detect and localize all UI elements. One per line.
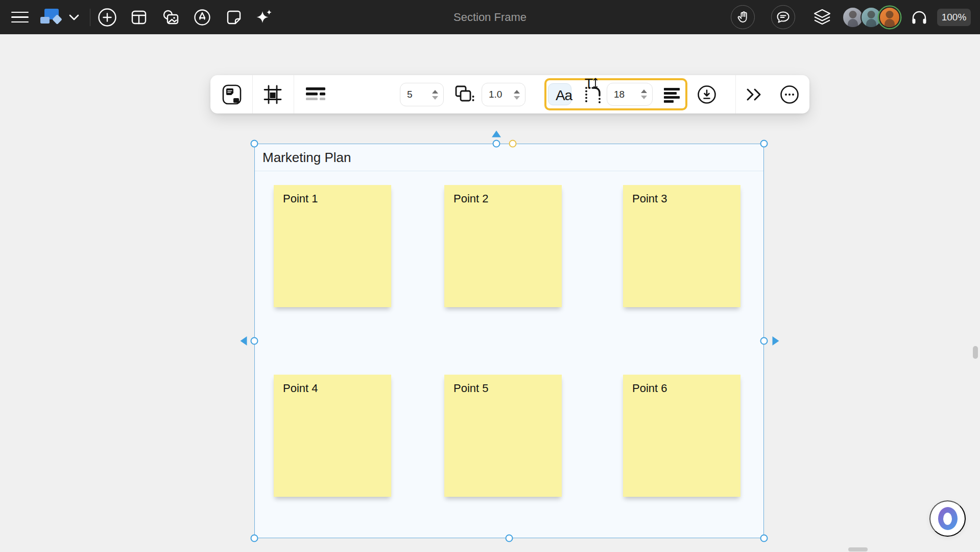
headphones-icon — [911, 10, 927, 25]
resize-handle-bottom-center[interactable] — [506, 535, 513, 542]
opacity-input[interactable] — [489, 89, 510, 100]
extend-left-arrow[interactable] — [241, 336, 247, 346]
vertical-arrows-icon — [593, 77, 598, 89]
step-down-icon[interactable] — [514, 96, 520, 100]
resize-handle-top-right[interactable] — [760, 140, 768, 148]
pan-tool-button[interactable] — [731, 5, 755, 29]
frame-title-divider — [255, 171, 763, 171]
zoom-level-badge[interactable]: 100% — [937, 9, 971, 26]
sticky-note-button[interactable] — [222, 6, 246, 29]
layers-icon — [813, 9, 831, 26]
draw-icon — [194, 9, 211, 26]
main-menu-button[interactable] — [9, 6, 31, 29]
add-button[interactable] — [95, 6, 119, 29]
app-logo[interactable] — [40, 7, 63, 28]
adjust-handle-top[interactable] — [509, 140, 517, 148]
more-options-icon — [779, 84, 800, 105]
avatar-active-speaker[interactable] — [879, 7, 900, 28]
canvas[interactable]: Section Frame 100% — [0, 0, 980, 552]
step-up-icon[interactable] — [641, 89, 647, 93]
font-style-label: Aa — [556, 87, 572, 104]
download-icon — [697, 84, 717, 105]
toolbar-divider — [252, 75, 253, 113]
topbar-right: 100% — [731, 0, 980, 34]
ai-assist-button[interactable] — [253, 6, 276, 29]
overlap-squares-button[interactable] — [451, 75, 480, 113]
extend-up-arrow[interactable] — [492, 131, 501, 137]
note-label: Point 2 — [453, 192, 489, 205]
horizontal-scrollbar-thumb[interactable] — [848, 547, 868, 551]
font-style-button[interactable]: Aa — [551, 76, 577, 114]
layout-rows-button[interactable] — [301, 75, 330, 113]
extend-right-arrow[interactable] — [773, 336, 779, 346]
font-size-input[interactable] — [614, 89, 635, 100]
frame-type-button[interactable] — [218, 75, 246, 113]
templates-icon — [131, 10, 147, 25]
text-size-label: T — [585, 76, 593, 92]
board-menu-chevron[interactable] — [65, 6, 83, 29]
expand-toolbar-button[interactable] — [740, 75, 769, 113]
comments-button[interactable] — [771, 5, 795, 29]
logo-rect-small — [40, 17, 50, 24]
note-label: Point 3 — [632, 192, 667, 205]
font-size-input-group — [607, 83, 653, 106]
text-align-button[interactable] — [658, 76, 685, 114]
border-width-stepper[interactable] — [432, 90, 438, 100]
note-label: Point 6 — [632, 382, 667, 395]
format-toolbar: Aa T — [210, 75, 809, 113]
resize-handle-bottom-right[interactable] — [760, 535, 768, 542]
draw-button[interactable] — [190, 6, 214, 29]
toolbar-divider — [735, 75, 736, 113]
sticky-note[interactable]: Point 6 — [623, 375, 740, 497]
resize-handle-top-left[interactable] — [251, 140, 258, 148]
opacity-input-group — [482, 83, 525, 106]
opacity-stepper[interactable] — [514, 90, 520, 100]
chevron-down-icon — [68, 14, 80, 21]
collaborator-avatars[interactable] — [842, 7, 900, 28]
note-label: Point 1 — [283, 192, 318, 205]
step-down-icon[interactable] — [432, 96, 438, 100]
media-button[interactable] — [159, 6, 182, 29]
download-button[interactable] — [692, 75, 721, 113]
resize-handle-left[interactable] — [251, 337, 258, 345]
layout-rows-icon — [305, 86, 326, 103]
step-up-icon[interactable] — [514, 90, 520, 94]
step-up-icon[interactable] — [432, 90, 438, 94]
add-circle-icon — [97, 7, 117, 28]
topbar-divider — [90, 9, 90, 26]
border-width-input[interactable] — [407, 89, 428, 100]
comments-icon — [776, 11, 790, 24]
sticky-note[interactable]: Point 1 — [274, 185, 391, 307]
expand-chevrons-icon — [746, 88, 764, 101]
toolbar-divider — [294, 75, 294, 113]
text-settings-highlight: Aa T — [544, 78, 687, 110]
pan-hand-icon — [736, 11, 750, 24]
overlap-squares-icon — [455, 85, 475, 104]
resize-handle-bottom-left[interactable] — [251, 535, 258, 542]
frame-title[interactable]: Marketing Plan — [262, 150, 351, 166]
text-align-icon — [664, 88, 680, 103]
templates-button[interactable] — [127, 6, 151, 29]
sticky-note[interactable]: Point 2 — [444, 185, 562, 307]
more-options-button[interactable] — [774, 75, 805, 113]
resize-handle-top-center[interactable] — [493, 140, 500, 148]
crop-frame-icon — [263, 85, 282, 104]
step-down-icon[interactable] — [641, 96, 647, 99]
font-size-stepper[interactable] — [641, 89, 647, 99]
note-label: Point 4 — [283, 382, 318, 395]
layers-button[interactable] — [810, 6, 834, 29]
crop-frame-button[interactable] — [258, 75, 287, 113]
note-label: Point 5 — [453, 382, 489, 395]
resize-handle-right[interactable] — [760, 337, 768, 345]
sticky-note[interactable]: Point 3 — [623, 185, 740, 307]
text-size-button[interactable]: T — [578, 76, 605, 114]
audio-button[interactable] — [907, 6, 931, 29]
sticky-note-icon — [226, 10, 242, 25]
vertical-scrollbar-thumb[interactable] — [973, 346, 978, 359]
browser-assistant-button[interactable] — [929, 500, 966, 537]
ai-sparkles-icon — [255, 8, 274, 27]
hamburger-icon — [11, 12, 29, 23]
opera-logo-icon — [938, 507, 958, 530]
sticky-note[interactable]: Point 5 — [444, 375, 562, 497]
sticky-note[interactable]: Point 4 — [274, 375, 391, 497]
